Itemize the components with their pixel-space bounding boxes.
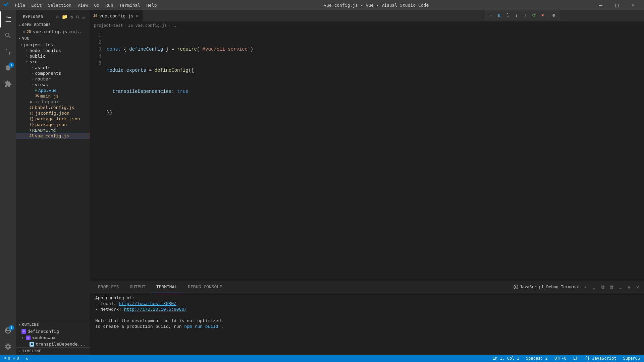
tree-node-modules[interactable]: › node_modules [16, 48, 90, 53]
menu-file[interactable]: File [12, 2, 28, 8]
tree-components[interactable]: › components [16, 70, 90, 76]
refresh-icon[interactable]: ↻ [70, 13, 74, 20]
tree-src[interactable]: ▾ src [16, 59, 90, 65]
menu-edit[interactable]: Edit [29, 2, 44, 8]
debug-step-over-btn[interactable]: ⤵ [504, 11, 512, 19]
status-sync[interactable]: ↻ [24, 356, 30, 361]
status-line-col[interactable]: Ln 1, Col 1 [491, 356, 520, 361]
kill-terminal-btn[interactable]: 🗑 [608, 283, 615, 291]
outline-transpile[interactable]: ■ transpileDepende... [16, 341, 90, 347]
more-actions-icon[interactable]: … [82, 13, 86, 20]
open-editors-label: Open Editors [22, 23, 51, 27]
new-file-icon[interactable]: ⊕ [55, 13, 59, 20]
menu-terminal[interactable]: Terminal [117, 2, 143, 8]
open-editors-section[interactable]: ▾ Open Editors [16, 21, 90, 28]
network-link[interactable]: http://172.20.10.6:8080/ [124, 307, 187, 312]
vue-section-label: VUE [22, 36, 29, 41]
menu-view[interactable]: View [75, 2, 91, 8]
tree-gitignore[interactable]: › ◆ .gitignore [16, 99, 90, 105]
split-terminal-btn[interactable]: ⧉ [599, 283, 606, 291]
status-eol[interactable]: LF [572, 356, 579, 361]
debug-pause-btn[interactable]: ⏸ [495, 11, 503, 19]
debug-terminal-icon [514, 285, 518, 289]
tree-main-js[interactable]: › JS main.js [16, 93, 90, 99]
outline-define-config[interactable]: ⊡ defineConfig [16, 328, 90, 335]
status-encoding[interactable]: UTF-8 [553, 356, 568, 361]
new-folder-icon[interactable]: 📁 [61, 13, 68, 20]
activity-search[interactable] [0, 27, 16, 44]
collapse-icon[interactable]: ⊟ [75, 13, 80, 20]
menu-help[interactable]: Help [144, 2, 159, 8]
status-language[interactable]: {} JavaScript [584, 356, 618, 361]
menu-run[interactable]: Run [103, 2, 116, 8]
breadcrumb-file[interactable]: JS vue.config.js [128, 23, 167, 28]
activity-explorer[interactable] [0, 11, 16, 27]
account-badge: 1 [9, 325, 14, 330]
status-errors[interactable]: ⊗ 0 △ 0 [3, 356, 20, 361]
vue-section[interactable]: ▾ VUE [16, 35, 90, 42]
maximize-panel-btn[interactable]: ∧ [625, 283, 633, 291]
add-terminal-btn[interactable]: + [582, 283, 589, 291]
local-link[interactable]: http://localhost:8080/ [119, 301, 176, 306]
activity-debug[interactable]: 1 [0, 60, 16, 76]
tree-project-test[interactable]: ▾ project-test [16, 42, 90, 48]
tree-package-lock[interactable]: › {} package-lock.json [16, 116, 90, 122]
tree-assets[interactable]: › assets [16, 65, 90, 70]
minimize-button[interactable]: — [593, 0, 608, 10]
breadcrumb-more[interactable]: ... [172, 23, 179, 28]
editor[interactable]: 1 2 3 4 5 const { defineConfig } = requi… [90, 29, 644, 281]
close-button[interactable]: ✕ [625, 0, 641, 10]
outline-unknown[interactable]: ▾ ⊡ <unknown> [16, 335, 90, 341]
debug-stop-btn[interactable]: ✖ [539, 11, 547, 19]
tree-babel-config[interactable]: › JS babel.config.js [16, 105, 90, 110]
terminal-dropdown-btn[interactable]: ⌄ [590, 283, 598, 291]
tab-problems[interactable]: PROBLEMS [93, 281, 124, 293]
tree-router[interactable]: › router [16, 76, 90, 82]
timeline-section[interactable]: › Timeline [16, 347, 90, 355]
tab-close-icon[interactable]: ✕ [136, 13, 139, 19]
tree-jsconfig[interactable]: › {} jsconfig.json [16, 110, 90, 116]
debug-separator [548, 12, 548, 18]
debug-step-out-btn[interactable]: ↑ [521, 11, 529, 19]
open-editor-project: proj... [68, 29, 84, 34]
terminal-content[interactable]: App running at: - Local: http://localhos… [90, 293, 644, 355]
code-content[interactable]: const { defineConfig } = require ( '@vue… [107, 32, 644, 278]
public-label: public [30, 54, 45, 59]
menu-go[interactable]: Go [91, 2, 102, 8]
terminal-line-3: - Network: http://172.20.10.6:8080/ [95, 307, 639, 312]
outline-header[interactable]: ▾ Outline [16, 321, 90, 328]
debug-settings-btn[interactable]: ⚙ [550, 11, 558, 19]
tree-readme[interactable]: › ℹ README.md [16, 127, 90, 133]
tree-package-json[interactable]: › {} package.json [16, 122, 90, 127]
status-spaces[interactable]: Spaces: 2 [525, 356, 549, 361]
breadcrumb-sep2: › [168, 23, 171, 28]
main-area: 1 1 Explorer ⊕ [0, 10, 644, 355]
tree-app-vue[interactable]: › ▼ App.vue [16, 87, 90, 93]
activity-extensions[interactable] [0, 76, 16, 92]
close-editor-icon[interactable]: ✕ [23, 29, 25, 34]
activity-account[interactable]: 1 [0, 322, 16, 339]
close-panel-btn[interactable]: ✕ [634, 283, 641, 291]
status-supercg[interactable]: SuperCG [622, 356, 641, 361]
tree-public[interactable]: › public [16, 53, 90, 59]
debug-layout-btn[interactable]: ⊦ [486, 11, 494, 19]
terminal-line-1: App running at: [95, 296, 639, 301]
menu-selection[interactable]: Selection [45, 2, 74, 8]
tab-vue-config[interactable]: JS vue.config.js ✕ [90, 10, 143, 21]
tab-terminal[interactable]: TERMINAL [151, 281, 183, 293]
maximize-button[interactable]: □ [609, 0, 625, 10]
source-control-icon [4, 48, 12, 55]
activity-settings[interactable] [0, 339, 16, 355]
breadcrumb: project-test › JS vue.config.js › ... [90, 22, 644, 29]
tab-output[interactable]: OUTPUT [124, 281, 151, 293]
tree-vue-config[interactable]: › JS vue.config.js [16, 133, 90, 139]
tab-debug-console[interactable]: DEBUG CONSOLE [182, 281, 227, 293]
tree-views[interactable]: › views [16, 82, 90, 87]
more-terminal-btn[interactable]: … [616, 283, 624, 291]
debug-restart-btn[interactable]: ⟳ [530, 11, 538, 19]
debug-step-into-btn[interactable]: ↓ [513, 11, 521, 19]
status-bar-right: Ln 1, Col 1 Spaces: 2 UTF-8 LF {} JavaSc… [491, 356, 641, 361]
breadcrumb-project[interactable]: project-test [94, 23, 123, 28]
open-editor-item[interactable]: ✕ JS vue.config.js proj... [16, 28, 90, 35]
activity-source-control[interactable] [0, 44, 16, 60]
